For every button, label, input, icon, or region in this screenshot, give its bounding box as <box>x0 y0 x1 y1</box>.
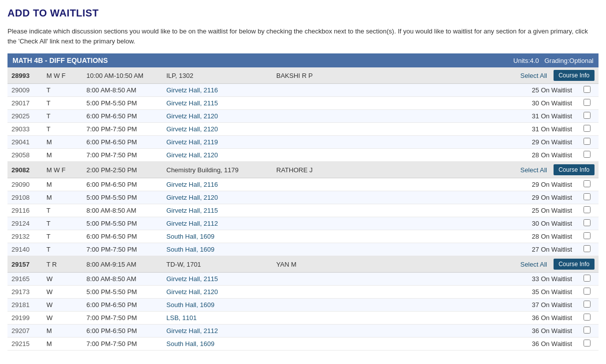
section-location-link[interactable]: Girvetz Hall, 2112 <box>166 220 218 227</box>
section-days: W <box>46 301 86 309</box>
section-id: 29009 <box>11 86 46 94</box>
section-location-link[interactable]: South Hall, 1609 <box>166 340 214 348</box>
section-waitlist: 25 On Waitlist <box>515 86 580 94</box>
section-location-link[interactable]: Girvetz Hall, 2112 <box>166 327 218 335</box>
section-row: 29124 T 5:00 PM-5:50 PM Girvetz Hall, 21… <box>7 217 599 230</box>
section-time: 6:00 PM-6:50 PM <box>86 327 166 335</box>
section-location: LSB, 1101 <box>166 314 276 322</box>
select-all-link[interactable]: Select All <box>520 72 547 79</box>
section-location-link[interactable]: Girvetz Hall, 2115 <box>166 207 218 214</box>
section-row: 29033 T 7:00 PM-7:50 PM Girvetz Hall, 21… <box>7 123 599 136</box>
primary-location: TD-W, 1701 <box>166 261 276 268</box>
section-location: South Hall, 1609 <box>166 233 276 240</box>
section-time: 6:00 PM-6:50 PM <box>86 112 166 120</box>
section-checkbox[interactable] <box>584 314 591 321</box>
section-time: 7:00 PM-7:50 PM <box>86 246 166 253</box>
course-info-button[interactable]: Course Info <box>554 164 595 175</box>
primary-instructor: RATHORE J <box>276 166 520 174</box>
section-location-link[interactable]: LSB, 1101 <box>166 314 197 322</box>
section-days: M <box>46 327 86 335</box>
section-location-link[interactable]: Girvetz Hall, 2116 <box>166 86 218 94</box>
section-checkbox-cell <box>580 99 595 107</box>
section-checkbox-cell <box>580 151 595 159</box>
section-location: Girvetz Hall, 2120 <box>166 194 276 201</box>
section-id: 29090 <box>11 181 46 188</box>
section-location-link[interactable]: South Hall, 1609 <box>166 246 214 253</box>
section-time: 7:00 PM-7:50 PM <box>86 340 166 348</box>
section-id: 29017 <box>11 99 46 107</box>
section-days: M <box>46 151 86 159</box>
primary-time: 8:00 AM-9:15 AM <box>86 261 166 268</box>
section-time: 7:00 PM-7:50 PM <box>86 314 166 322</box>
section-checkbox-cell <box>580 138 595 146</box>
section-checkbox[interactable] <box>584 245 591 252</box>
section-checkbox[interactable] <box>584 301 591 308</box>
section-days: T <box>46 86 86 94</box>
section-id: 29041 <box>11 138 46 146</box>
section-waitlist: 35 On Waitlist <box>515 288 580 296</box>
section-checkbox[interactable] <box>584 288 591 295</box>
section-checkbox[interactable] <box>584 232 591 239</box>
primary-days: M W F <box>46 166 86 174</box>
section-location-link[interactable]: Girvetz Hall, 2115 <box>166 275 218 283</box>
select-all-link[interactable]: Select All <box>520 166 547 174</box>
section-id: 29181 <box>11 301 46 309</box>
section-location: Girvetz Hall, 2116 <box>166 181 276 188</box>
section-checkbox-cell <box>580 193 595 202</box>
section-checkbox[interactable] <box>584 219 591 226</box>
section-days: T <box>46 220 86 227</box>
section-checkbox-cell <box>580 314 595 322</box>
section-location: South Hall, 1609 <box>166 340 276 348</box>
section-location: Girvetz Hall, 2120 <box>166 112 276 120</box>
section-days: W <box>46 275 86 283</box>
section-checkbox-cell <box>580 327 595 335</box>
section-location-link[interactable]: Girvetz Hall, 2120 <box>166 194 218 201</box>
primary-days: T R <box>46 261 86 268</box>
section-id: 29165 <box>11 275 46 283</box>
section-row: 29025 T 6:00 PM-6:50 PM Girvetz Hall, 21… <box>7 110 599 123</box>
section-location-link[interactable]: Girvetz Hall, 2120 <box>166 125 218 133</box>
section-row: 29058 M 7:00 PM-7:50 PM Girvetz Hall, 21… <box>7 149 599 162</box>
section-checkbox-cell <box>580 219 595 228</box>
section-row: 29041 M 6:00 PM-6:50 PM Girvetz Hall, 21… <box>7 136 599 149</box>
section-waitlist: 37 On Waitlist <box>515 301 580 309</box>
primary-days: M W F <box>46 72 86 79</box>
page-title: ADD TO WAITLIST <box>7 7 599 19</box>
section-checkbox[interactable] <box>584 193 591 200</box>
section-days: T <box>46 112 86 120</box>
section-checkbox[interactable] <box>584 151 591 158</box>
section-checkbox[interactable] <box>584 340 591 347</box>
section-checkbox[interactable] <box>584 327 591 334</box>
section-waitlist: 30 On Waitlist <box>515 99 580 107</box>
primary-actions: Select All Course Info <box>520 164 595 175</box>
section-location-link[interactable]: South Hall, 1609 <box>166 233 214 240</box>
section-location-link[interactable]: Girvetz Hall, 2120 <box>166 288 218 296</box>
section-checkbox[interactable] <box>584 138 591 145</box>
section-checkbox[interactable] <box>584 86 591 93</box>
section-checkbox[interactable] <box>584 125 591 132</box>
section-row: 29108 M 5:00 PM-5:50 PM Girvetz Hall, 21… <box>7 191 599 204</box>
section-waitlist: 28 On Waitlist <box>515 233 580 240</box>
section-location: Girvetz Hall, 2115 <box>166 99 276 107</box>
course-info-button[interactable]: Course Info <box>554 70 595 81</box>
section-location-link[interactable]: Girvetz Hall, 2116 <box>166 181 218 188</box>
section-checkbox[interactable] <box>584 275 591 282</box>
primary-id: 29082 <box>11 166 46 174</box>
section-checkbox-cell <box>580 288 595 296</box>
section-location-link[interactable]: Girvetz Hall, 2115 <box>166 99 218 107</box>
select-all-link[interactable]: Select All <box>520 261 547 268</box>
section-id: 29215 <box>11 340 46 348</box>
section-checkbox[interactable] <box>584 112 591 119</box>
section-location-link[interactable]: Girvetz Hall, 2120 <box>166 112 218 120</box>
section-location: Girvetz Hall, 2120 <box>166 151 276 159</box>
section-checkbox[interactable] <box>584 206 591 213</box>
section-checkbox[interactable] <box>584 180 591 187</box>
section-location-link[interactable]: Girvetz Hall, 2120 <box>166 151 218 159</box>
section-location-link[interactable]: Girvetz Hall, 2119 <box>166 138 218 146</box>
section-checkbox-cell <box>580 180 595 189</box>
section-checkbox[interactable] <box>584 99 591 106</box>
section-checkbox-cell <box>580 245 595 254</box>
section-location-link[interactable]: South Hall, 1609 <box>166 301 214 309</box>
course-info-button[interactable]: Course Info <box>554 259 595 270</box>
section-days: T <box>46 207 86 214</box>
